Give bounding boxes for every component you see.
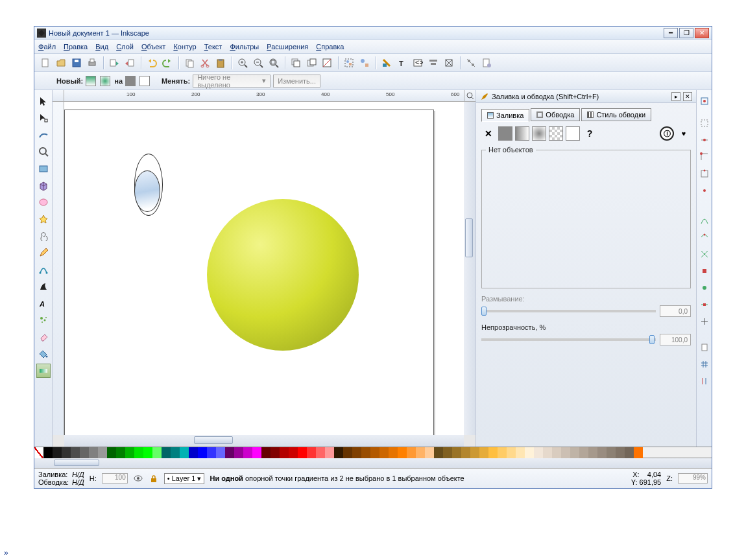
snap-center-button[interactable] [697,314,712,329]
opacity-value[interactable]: 100,0 [660,334,691,345]
blur-value[interactable]: 0,0 [660,305,691,317]
palette-swatch[interactable] [607,447,616,459]
new-doc-button[interactable] [38,56,53,70]
bezier-tool[interactable] [36,262,51,277]
layer-visibility-toggle[interactable] [133,473,143,484]
zoom-out-button[interactable] [251,56,265,70]
rectangle-tool[interactable] [36,161,51,176]
radial-gradient-button[interactable] [532,126,546,141]
snap-grid-button[interactable] [697,357,712,371]
menu-layer[interactable]: Слой [116,43,134,51]
edit-gradient-button[interactable]: Изменить... [273,75,320,88]
ellipse-blue[interactable] [134,170,160,212]
palette-swatch[interactable] [43,447,53,459]
palette-swatch[interactable] [579,447,588,459]
tweak-tool[interactable] [36,128,51,142]
pattern-button[interactable] [549,126,563,141]
calligraphy-tool[interactable] [36,279,51,294]
star-tool[interactable] [36,212,51,226]
palette-swatch[interactable] [534,447,543,459]
dock-close-button[interactable]: ✕ [683,92,692,101]
horizontal-ruler[interactable]: 100 200 300 400 500 600 [64,90,464,102]
palette-swatch[interactable] [143,447,152,459]
palette-swatch[interactable] [116,447,125,459]
snap-path-button[interactable] [697,230,712,244]
palette-swatch[interactable] [180,447,189,459]
flat-color-button[interactable] [498,126,512,141]
snap-node-button[interactable] [697,213,712,228]
save-button[interactable] [69,56,84,70]
maximize-button[interactable]: ❐ [679,28,693,38]
canvas[interactable] [64,102,464,435]
palette-swatch[interactable] [379,447,389,459]
yellow-sphere[interactable] [207,199,359,351]
zoom-value[interactable]: 99% [678,473,708,484]
opacity-slider[interactable] [481,338,656,341]
palette-swatch[interactable] [280,447,289,459]
palette-swatch[interactable] [80,447,89,459]
palette-swatch[interactable] [434,447,443,459]
palette-swatch[interactable] [53,447,62,459]
vertical-ruler[interactable] [53,102,64,435]
palette-swatch[interactable] [416,447,425,459]
palette-swatch[interactable] [525,447,534,459]
duplicate-button[interactable] [289,56,303,70]
palette-swatch[interactable] [98,447,107,459]
palette-swatch[interactable] [516,447,525,459]
palette-scrollbar[interactable] [34,458,712,469]
unlink-clone-button[interactable] [320,56,334,70]
pencil-tool[interactable] [36,246,51,260]
cut-button[interactable] [198,56,212,70]
palette-swatch[interactable] [325,447,334,459]
dock-undock-button[interactable]: ▸ [671,92,680,101]
palette-swatch[interactable] [470,447,479,459]
clone-button[interactable] [304,56,319,70]
tab-stroke-style[interactable]: Стиль обводки [581,108,651,121]
zoom-in-button[interactable] [235,56,250,70]
palette-swatch[interactable] [479,447,488,459]
redo-button[interactable] [160,56,174,70]
new-linear-button[interactable] [86,76,96,86]
palette-swatch[interactable] [443,447,452,459]
palette-swatch[interactable] [307,447,316,459]
palette-swatch[interactable] [207,447,216,459]
on-stroke-button[interactable] [139,76,150,86]
palette-swatch[interactable] [189,447,198,459]
palette-swatch[interactable] [89,447,98,459]
snap-intersection-button[interactable] [697,247,712,261]
menu-help[interactable]: Справка [316,43,344,51]
palette-swatch[interactable] [597,447,607,459]
menu-edit[interactable]: Правка [64,43,88,51]
snap-bbox-center-button[interactable] [697,183,712,198]
palette-swatch[interactable] [34,447,43,459]
palette-swatch[interactable] [588,447,597,459]
blur-slider[interactable] [481,310,656,312]
palette-swatch[interactable] [334,447,343,459]
import-button[interactable] [107,56,121,70]
snap-cusp-button[interactable] [697,264,712,278]
fill-stroke-button[interactable] [379,56,394,70]
print-button[interactable] [85,56,99,70]
new-radial-button[interactable] [100,76,110,86]
text-tool[interactable]: A [36,296,51,310]
menu-filters[interactable]: Фильтры [230,43,259,51]
menu-view[interactable]: Вид [95,43,108,51]
palette-swatch[interactable] [271,447,280,459]
menu-extensions[interactable]: Расширения [267,43,308,51]
zoom-tool[interactable] [36,145,51,159]
gradient-tool[interactable] [36,364,51,378]
copy-button[interactable] [182,56,197,70]
palette-swatch[interactable] [352,447,361,459]
tab-stroke-paint[interactable]: Обводка [531,108,580,121]
group-button[interactable] [342,56,356,70]
palette-swatch[interactable] [171,447,180,459]
menu-text[interactable]: Текст [204,43,223,51]
palette-swatch[interactable] [570,447,579,459]
snap-enable-button[interactable] [697,94,712,108]
palette-swatch[interactable] [452,447,461,459]
palette-swatch[interactable] [488,447,498,459]
close-button[interactable]: ✕ [695,28,709,38]
minimize-button[interactable]: ━ [664,28,678,38]
snap-bbox-midpoint-button[interactable] [697,167,712,181]
ungroup-button[interactable] [357,56,372,70]
